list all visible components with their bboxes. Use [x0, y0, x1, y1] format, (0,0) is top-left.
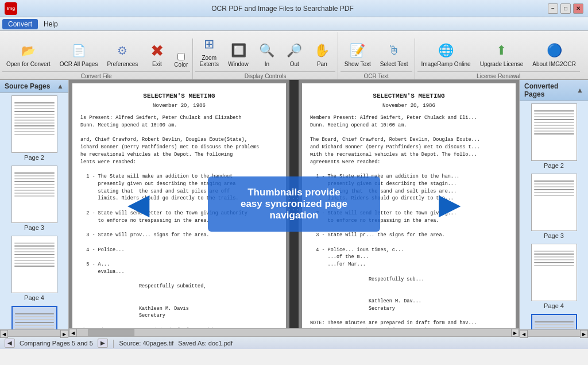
converted-panel-hscroll[interactable]: ◀ ▶ — [520, 329, 588, 336]
preferences-icon: ⚙ — [113, 41, 131, 60]
pan-button[interactable]: ✋ Pan — [309, 39, 335, 70]
license-renewal-label: License Renewal — [417, 71, 580, 79]
window-button[interactable]: 🔲 Window — [224, 39, 253, 70]
color-checkbox[interactable] — [177, 53, 185, 60]
source-panel: Source Pages ▲ Page 2 — [0, 80, 69, 336]
converted-doc-title: SELECTMEN'S MEETING — [310, 91, 508, 101]
pan-icon: ✋ — [313, 41, 331, 60]
toolbar: 📂 Open for Convert 📄 OCR All Pages ⚙ Pre… — [0, 31, 588, 80]
page-label: Page 2 — [544, 162, 564, 169]
upgrade-license-button[interactable]: ⬆ Upgrade License — [476, 39, 528, 70]
page-thumbnail — [11, 306, 57, 329]
source-doc-page: SELECTMEN'S MEETING November 20, 1986 ls… — [72, 83, 286, 328]
converted-panel-content: Page 2 Page 3 Page 4 — [520, 101, 588, 329]
page-thumbnail — [11, 236, 57, 293]
source-doc-body: ls Present: Alfred Seifert, Peter Chulac… — [80, 114, 278, 328]
source-document-view[interactable]: SELECTMEN'S MEETING November 20, 1986 ls… — [69, 80, 289, 328]
converted-panel: Converted Pages ▲ Page 2 — [519, 80, 588, 336]
zoom-extents-button[interactable]: ⊞ ZoomExtents — [195, 32, 223, 70]
imageramp-online-button[interactable]: 🌐 ImageRamp Online — [417, 39, 475, 70]
zoom-out-button[interactable]: 🔎 Out — [281, 39, 308, 70]
page-thumbnail — [11, 95, 57, 153]
scroll-right-button[interactable]: ▶ — [60, 330, 68, 338]
scroll-left-button[interactable]: ◀ — [0, 330, 8, 338]
hscroll-right-button[interactable]: ▶ — [511, 329, 519, 337]
folder-icon: 📂 — [19, 41, 37, 60]
list-item[interactable]: Page 4 — [522, 244, 586, 309]
source-panel-content: Page 2 Page 3 — [0, 93, 68, 329]
preferences-button[interactable]: ⚙ Preferences — [103, 39, 142, 70]
hscroll-left-button[interactable]: ◀ — [69, 329, 77, 337]
page-thumbnail — [531, 314, 577, 329]
maximize-button[interactable]: □ — [560, 3, 571, 14]
scroll-right-button[interactable]: ▶ — [580, 330, 588, 338]
source-doc-date: November 20, 1986 — [80, 102, 278, 110]
close-button[interactable]: ✕ — [573, 3, 583, 14]
globe-icon: 🌐 — [437, 41, 455, 60]
scroll-track — [8, 330, 60, 336]
about-icon: 🔵 — [545, 41, 563, 60]
exit-icon: ✖ — [148, 41, 166, 60]
app-logo: img — [5, 2, 17, 15]
exit-button[interactable]: ✖ Exit — [143, 39, 171, 70]
window-icon: 🔲 — [229, 41, 247, 60]
hscroll-track — [77, 329, 511, 336]
app-title: OCR PDF and Image Files to Searchable PD… — [17, 5, 548, 13]
select-text-icon: 🖰 — [385, 41, 403, 60]
open-convert-button[interactable]: 📂 Open for Convert — [2, 39, 55, 70]
zoom-extents-icon: ⊞ — [200, 35, 218, 53]
list-item[interactable]: Page 5 — [2, 306, 66, 329]
ocr-icon: 📄 — [69, 41, 88, 60]
zoom-in-button[interactable]: 🔍 In — [254, 39, 280, 70]
source-panel-collapse[interactable]: ▲ — [57, 82, 64, 90]
list-item[interactable]: Page 2 — [2, 95, 66, 161]
menu-help[interactable]: Help — [38, 19, 64, 29]
list-item[interactable]: Page 3 — [2, 166, 66, 231]
menu-convert[interactable]: Convert — [2, 19, 38, 29]
scroll-left-button[interactable]: ◀ — [520, 330, 528, 338]
converted-panel-collapse[interactable]: ▲ — [577, 86, 583, 94]
center-hscroll[interactable]: ◀ ▶ — [69, 328, 519, 336]
ocr-all-pages-button[interactable]: 📄 OCR All Pages — [56, 39, 102, 70]
page-label: Page 3 — [544, 232, 564, 239]
menu-bar: Convert Help — [0, 17, 588, 31]
zoom-out-icon: 🔎 — [285, 41, 304, 60]
list-item[interactable]: Page 2 — [522, 103, 586, 169]
minimize-button[interactable]: − — [548, 3, 558, 14]
documents-area: SELECTMEN'S MEETING November 20, 1986 ls… — [69, 80, 519, 328]
ocr-text-label: OCR Text — [341, 71, 412, 79]
page-thumbnail — [531, 174, 577, 231]
upgrade-icon: ⬆ — [492, 41, 510, 60]
about-img2ocr-button[interactable]: 🔵 About IMG2OCR — [528, 39, 580, 70]
prev-page-button[interactable]: ◀ — [5, 339, 15, 348]
panel-divider[interactable]: ⋮⋮ — [289, 80, 299, 328]
next-page-button[interactable]: ▶ — [98, 339, 108, 348]
select-text-button[interactable]: 🖰 Select Text — [376, 39, 412, 70]
source-doc-title: SELECTMEN'S MEETING — [80, 91, 278, 101]
page-thumbnail — [531, 244, 577, 301]
status-text: Comparing Pages 5 and 5 — [20, 340, 93, 347]
list-item[interactable]: Page 5 — [522, 314, 586, 329]
window-controls: − □ ✕ — [548, 3, 583, 14]
page-label: Page 4 — [544, 302, 564, 309]
converted-panel-header: Converted Pages ▲ — [520, 80, 588, 101]
zoom-in-icon: 🔍 — [258, 41, 276, 60]
main-area: Source Pages ▲ Page 2 — [0, 80, 588, 336]
color-checkbox-group: Color — [172, 51, 190, 70]
converted-panel-title: Converted Pages — [524, 82, 577, 98]
show-text-button[interactable]: 📝 Show Text — [341, 39, 375, 70]
status-saved-as: Saved As: doc1.pdf — [178, 340, 233, 347]
page-label: Page 4 — [24, 294, 44, 301]
status-bar: ◀ Comparing Pages 5 and 5 ▶ | Source: 40… — [0, 336, 588, 349]
source-panel-hscroll[interactable]: ◀ ▶ — [0, 329, 68, 336]
show-text-icon: 📝 — [349, 41, 367, 60]
source-panel-title: Source Pages — [5, 82, 50, 90]
list-item[interactable]: Page 3 — [522, 174, 586, 239]
display-controls-label: Display Controls — [195, 71, 335, 79]
list-item[interactable]: Page 4 — [2, 236, 66, 301]
converted-doc-body: Members Present: Alfred Seifert, Peter C… — [310, 114, 508, 328]
status-separator-1: | — [113, 339, 115, 348]
source-panel-header: Source Pages ▲ — [0, 80, 68, 93]
page-label: Page 3 — [24, 224, 44, 231]
converted-document-view[interactable]: SELECTMEN'S MEETING November 20, 1986 Me… — [299, 80, 519, 328]
